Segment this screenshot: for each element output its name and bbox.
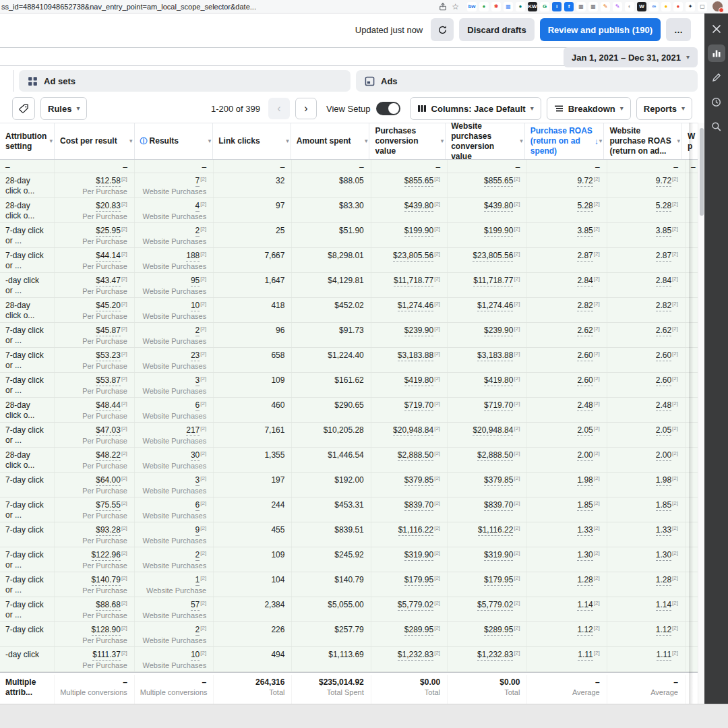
ext-grid-2[interactable]: ▦ — [588, 2, 598, 11]
history-panel-button[interactable] — [708, 93, 725, 111]
table-row[interactable]: 7-day click or ...$88.68[2]Per Purchase5… — [0, 597, 698, 622]
tag-filter-button[interactable] — [12, 97, 35, 120]
cell-subtitle: Website Purchases — [140, 187, 206, 196]
column-header-clicks[interactable]: Link clicks▾ — [212, 123, 291, 159]
tab-ads[interactable]: Ads — [356, 70, 698, 92]
ext-green-g[interactable]: G — [540, 2, 549, 11]
table-row[interactable]: 28-day click o...$12.58[2]Per Purchase7[… — [0, 173, 698, 198]
date-range-button[interactable]: Jan 1, 2021 – Dec 31, 2021 ▾ — [564, 47, 698, 67]
cell-cost: $122.96[2]Per Purchase — [54, 547, 134, 572]
column-header-extra[interactable]: W p — [681, 123, 698, 159]
columns-button[interactable]: Columns: Jace Default ▾ — [410, 97, 541, 120]
profile-avatar[interactable] — [712, 1, 723, 11]
table-row[interactable]: 7-day click$128.90[2]Per Purchase2[2]Web… — [0, 622, 698, 647]
ext-grid-1[interactable]: ▦ — [576, 2, 586, 11]
column-header-roas[interactable]: Purchase ROAS (return on ad spend)↓▾ — [524, 123, 604, 159]
bookmark-star-icon[interactable]: ☆ — [452, 3, 459, 11]
inspect-panel-button[interactable] — [708, 117, 725, 135]
cell-clicks: 418 — [213, 298, 291, 322]
ext-facebook[interactable]: f — [564, 2, 574, 11]
table-row[interactable]: –––––––––– — [0, 160, 698, 173]
vertical-scrollbar[interactable] — [698, 123, 704, 704]
more-options-button[interactable]: … — [666, 18, 691, 41]
table-row[interactable]: 7-day click or ...$53.87[2]Per Purchase3… — [0, 373, 698, 398]
tab-campaigns-partial[interactable] — [0, 70, 14, 92]
ext-link[interactable]: ∞ — [649, 2, 659, 11]
ext-w[interactable]: W — [637, 2, 646, 11]
cell-roas: 2.48[2] — [526, 398, 606, 422]
tab-ad-sets[interactable]: Ad sets — [19, 70, 351, 92]
column-header-results[interactable]: ⓘResults▾ — [134, 123, 213, 159]
table-row[interactable]: -day click$111.37[2]Per Purchase10[2]Web… — [0, 647, 698, 672]
ext-dark[interactable]: ✦ — [686, 2, 695, 11]
share-icon[interactable] — [439, 3, 447, 11]
table-row[interactable]: 28-day click o...$48.22[2]Per Purchase30… — [0, 448, 698, 473]
refresh-button[interactable] — [431, 18, 454, 41]
ext-kw[interactable]: KW — [528, 2, 537, 11]
ext-leaf[interactable]: ● — [479, 2, 489, 11]
column-header-wroas[interactable]: Website purchase ROAS (return on ad...▾ — [603, 123, 681, 159]
cell-spent: $235,014.92Total Spent — [291, 675, 370, 704]
column-header-attribution[interactable]: Attribution setting▾ — [0, 123, 54, 159]
table-row[interactable]: 7-day click$93.28[2]Per Purchase9[2]Webs… — [0, 522, 698, 547]
column-header-wcv[interactable]: Website purchases conversion value▾ — [445, 123, 524, 159]
table-row[interactable]: 7-day click or ...$25.95[2]Per Purchase2… — [0, 223, 698, 248]
url-text[interactable]: ss_id=488410948652738&nav_entry_point=am… — [0, 3, 439, 11]
cell-attribution: 7-day click or ... — [0, 348, 54, 372]
table-row[interactable]: 7-day click$64.00[2]Per Purchase3[2]Webs… — [0, 473, 698, 497]
cell-spent: $192.00 — [291, 473, 370, 497]
cell-wcv: $855.65[2] — [447, 173, 526, 198]
ext-bw[interactable]: bw — [467, 2, 477, 11]
next-page-button[interactable]: › — [295, 98, 317, 119]
ext-circle-teal[interactable]: ● — [516, 2, 525, 11]
footnote-marker: [2] — [434, 326, 440, 332]
ext-asterisk[interactable]: ✱ — [491, 2, 501, 11]
sort-desc-icon: ↓ — [595, 136, 599, 146]
table-row[interactable]: 7-day click or ...$140.79[2]Per Purchase… — [0, 572, 698, 597]
column-header-pcv[interactable]: Purchases conversion value▾ — [369, 123, 445, 159]
breakdown-button[interactable]: Breakdown ▾ — [547, 97, 631, 120]
rules-button[interactable]: Rules ▾ — [40, 97, 87, 120]
edit-panel-button[interactable] — [708, 69, 725, 86]
table-row[interactable]: 7-day click or ...$75.55[2]Per Purchase6… — [0, 497, 698, 522]
cell-pcv: $379.85[2] — [371, 473, 447, 497]
footnote-marker: [2] — [514, 500, 520, 506]
table-row[interactable]: 28-day click o...$45.20[2]Per Purchase10… — [0, 298, 698, 323]
ext-pen-purple[interactable]: ✎ — [613, 2, 622, 11]
charts-panel-button[interactable] — [708, 44, 725, 62]
cell-wroas: 1.30[2] — [607, 547, 685, 572]
table-row[interactable]: 7-day click or ...$45.87[2]Per Purchase2… — [0, 323, 698, 348]
review-publish-button[interactable]: Review and publish (190) — [540, 18, 661, 41]
table-row[interactable]: 7-day click or ...$47.03[2]Per Purchase2… — [0, 423, 698, 448]
cell-wcv: $419.80[2] — [447, 373, 526, 397]
info-icon[interactable]: ⓘ — [140, 137, 148, 146]
prev-page-button[interactable]: ‹ — [268, 98, 290, 119]
column-header-spent[interactable]: Amount spent▾ — [291, 123, 369, 159]
table-row[interactable]: 28-day click o...$48.44[2]Per Purchase6[… — [0, 398, 698, 423]
ext-red[interactable]: ● — [673, 2, 683, 11]
view-setup-toggle[interactable] — [376, 102, 400, 115]
close-panel-button[interactable] — [708, 20, 725, 38]
table-row[interactable]: 28-day click o...$20.83[2]Per Purchase4[… — [0, 198, 698, 223]
reports-button[interactable]: Reports ▾ — [636, 97, 692, 120]
search-input[interactable] — [0, 47, 577, 66]
ext-light[interactable]: ▢ — [698, 2, 707, 11]
footnote-marker: [2] — [594, 500, 600, 506]
table-row[interactable]: -day click or ...$43.47[2]Per Purchase95… — [0, 273, 698, 298]
column-header-cost[interactable]: Cost per result▾ — [54, 123, 134, 159]
scrollbar-thumb[interactable] — [700, 128, 704, 216]
table-row[interactable]: 7-day click or ...$44.14[2]Per Purchase1… — [0, 248, 698, 273]
cell-results: 95[2]Website Purchases — [134, 273, 213, 297]
ext-grid-blue[interactable]: ▦ — [504, 2, 513, 11]
ext-info[interactable]: i — [552, 2, 562, 11]
cell-wroas: 1.14[2] — [607, 597, 685, 621]
ext-yellow[interactable]: ● — [661, 2, 671, 11]
cell-wroas: 5.28[2] — [607, 198, 685, 222]
discard-drafts-button[interactable]: Discard drafts — [459, 18, 534, 41]
cell-cost: $25.95[2]Per Purchase — [54, 223, 134, 247]
totals-row[interactable]: Multiple attrib...–Multiple conversions–… — [0, 672, 698, 704]
table-row[interactable]: 7-day click or ...$122.96[2]Per Purchase… — [0, 547, 698, 572]
ext-circle-gray[interactable]: ◐ — [625, 2, 634, 11]
table-row[interactable]: 7-day click or ...$53.23[2]Per Purchase2… — [0, 348, 698, 373]
ext-pen-orange[interactable]: ✎ — [601, 2, 610, 11]
